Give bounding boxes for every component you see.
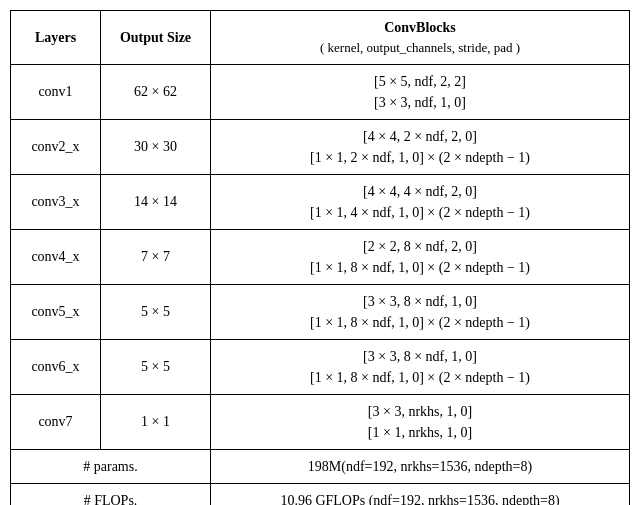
convblock-line: [2 × 2, 8 × ndf, 2, 0] — [221, 236, 619, 257]
convblock-line: [1 × 1, 8 × ndf, 1, 0] × (2 × ndepth − 1… — [221, 257, 619, 278]
convblock-line: [3 × 3, 8 × ndf, 1, 0] — [221, 346, 619, 367]
output-size: 7 × 7 — [101, 229, 211, 284]
convblocks-cell: [4 × 4, 4 × ndf, 2, 0][1 × 1, 4 × ndf, 1… — [211, 174, 630, 229]
convblock-line: [1 × 1, 4 × ndf, 1, 0] × (2 × ndepth − 1… — [221, 202, 619, 223]
table-row: conv4_x7 × 7[2 × 2, 8 × ndf, 2, 0][1 × 1… — [11, 229, 630, 284]
table-row: conv6_x5 × 5[3 × 3, 8 × ndf, 1, 0][1 × 1… — [11, 339, 630, 394]
header-convblocks: ConvBlocks ( kernel, output_channels, st… — [211, 11, 630, 65]
layer-name: conv2_x — [11, 119, 101, 174]
convblocks-cell: [5 × 5, ndf, 2, 2][3 × 3, ndf, 1, 0] — [211, 64, 630, 119]
convblocks-cell: [3 × 3, 8 × ndf, 1, 0][1 × 1, 8 × ndf, 1… — [211, 284, 630, 339]
convblocks-title: ConvBlocks — [221, 17, 619, 38]
output-size: 5 × 5 — [101, 284, 211, 339]
convblocks-subtitle: ( kernel, output_channels, stride, pad ) — [221, 38, 619, 58]
header-layers: Layers — [11, 11, 101, 65]
layer-name: conv1 — [11, 64, 101, 119]
output-size: 62 × 62 — [101, 64, 211, 119]
table-row: conv2_x30 × 30[4 × 4, 2 × ndf, 2, 0][1 ×… — [11, 119, 630, 174]
output-size: 1 × 1 — [101, 394, 211, 449]
convblock-line: [1 × 1, 8 × ndf, 1, 0] × (2 × ndepth − 1… — [221, 312, 619, 333]
output-size: 30 × 30 — [101, 119, 211, 174]
convblock-line: [1 × 1, nrkhs, 1, 0] — [221, 422, 619, 443]
header-output: Output Size — [101, 11, 211, 65]
table-row: conv162 × 62[5 × 5, ndf, 2, 2][3 × 3, nd… — [11, 64, 630, 119]
summary-row: # FLOPs.10.96 GFLOPs (ndf=192, nrkhs=153… — [11, 483, 630, 505]
table-row: conv3_x14 × 14[4 × 4, 4 × ndf, 2, 0][1 ×… — [11, 174, 630, 229]
summary-value: 198M(ndf=192, nrkhs=1536, ndepth=8) — [211, 449, 630, 483]
table-row: conv5_x5 × 5[3 × 3, 8 × ndf, 1, 0][1 × 1… — [11, 284, 630, 339]
convblock-line: [3 × 3, nrkhs, 1, 0] — [221, 401, 619, 422]
layer-name: conv6_x — [11, 339, 101, 394]
convblock-line: [1 × 1, 2 × ndf, 1, 0] × (2 × ndepth − 1… — [221, 147, 619, 168]
summary-value: 10.96 GFLOPs (ndf=192, nrkhs=1536, ndept… — [211, 483, 630, 505]
convblocks-cell: [3 × 3, nrkhs, 1, 0][1 × 1, nrkhs, 1, 0] — [211, 394, 630, 449]
convblock-line: [4 × 4, 2 × ndf, 2, 0] — [221, 126, 619, 147]
convblock-line: [3 × 3, 8 × ndf, 1, 0] — [221, 291, 619, 312]
output-size: 5 × 5 — [101, 339, 211, 394]
summary-label: # params. — [11, 449, 211, 483]
output-size: 14 × 14 — [101, 174, 211, 229]
summary-row: # params.198M(ndf=192, nrkhs=1536, ndept… — [11, 449, 630, 483]
summary-label: # FLOPs. — [11, 483, 211, 505]
convblock-line: [5 × 5, ndf, 2, 2] — [221, 71, 619, 92]
convblock-line: [3 × 3, ndf, 1, 0] — [221, 92, 619, 113]
table-row: conv71 × 1[3 × 3, nrkhs, 1, 0][1 × 1, nr… — [11, 394, 630, 449]
convblocks-cell: [3 × 3, 8 × ndf, 1, 0][1 × 1, 8 × ndf, 1… — [211, 339, 630, 394]
layer-name: conv5_x — [11, 284, 101, 339]
layer-name: conv4_x — [11, 229, 101, 284]
convblocks-cell: [2 × 2, 8 × ndf, 2, 0][1 × 1, 8 × ndf, 1… — [211, 229, 630, 284]
architecture-table: Layers Output Size ConvBlocks ( kernel, … — [10, 10, 630, 505]
layer-name: conv3_x — [11, 174, 101, 229]
layer-name: conv7 — [11, 394, 101, 449]
convblock-line: [1 × 1, 8 × ndf, 1, 0] × (2 × ndepth − 1… — [221, 367, 619, 388]
convblock-line: [4 × 4, 4 × ndf, 2, 0] — [221, 181, 619, 202]
convblocks-cell: [4 × 4, 2 × ndf, 2, 0][1 × 1, 2 × ndf, 1… — [211, 119, 630, 174]
